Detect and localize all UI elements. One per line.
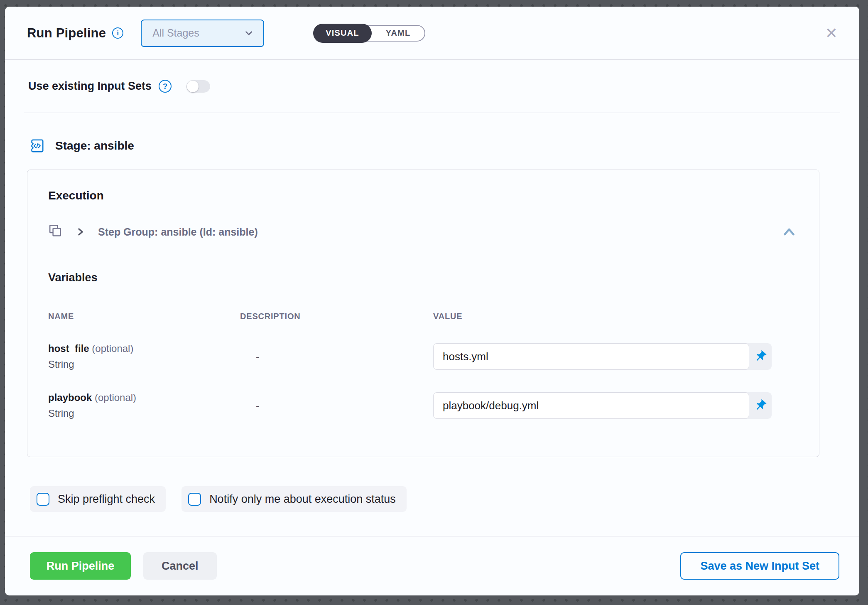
variable-name: host_file	[48, 343, 89, 354]
page-title: Run Pipeline	[27, 26, 106, 41]
run-pipeline-button[interactable]: Run Pipeline	[30, 552, 131, 580]
notify-me-label: Notify only me about execution status	[209, 493, 396, 506]
help-icon[interactable]: ?	[159, 80, 172, 93]
variable-description: -	[240, 399, 433, 412]
variables-table: NAME DESCRIPTION VALUE host_file (option…	[48, 312, 798, 419]
variables-title: Variables	[48, 271, 798, 284]
table-row-name: playbook (optional) String	[48, 392, 240, 419]
visual-yaml-toggle: VISUAL YAML	[314, 25, 425, 42]
variable-type: String	[48, 359, 240, 370]
input-sets-section: Use existing Input Sets ?	[24, 60, 840, 113]
variable-value-field	[433, 392, 772, 419]
variable-optional: (optional)	[92, 392, 136, 403]
execution-card: Execution Step Group: ansible (Id: ansib…	[27, 170, 819, 457]
options-row: Skip preflight check Notify only me abou…	[30, 486, 841, 512]
variable-value-input[interactable]	[433, 392, 749, 419]
stage-row: Stage: ansible	[28, 137, 841, 155]
variable-name: playbook	[48, 392, 92, 403]
input-sets-label: Use existing Input Sets	[28, 80, 152, 93]
stage-select-dropdown[interactable]: All Stages	[141, 20, 264, 47]
run-pipeline-dialog: Run Pipeline i All Stages VISUAL YAML ✕ …	[5, 7, 859, 595]
pin-icon[interactable]	[749, 392, 772, 419]
variable-description: -	[240, 350, 433, 363]
tab-visual[interactable]: VISUAL	[313, 24, 372, 43]
chevron-right-icon[interactable]	[76, 226, 86, 237]
stage-label: Stage: ansible	[55, 139, 134, 152]
variable-type: String	[48, 408, 240, 419]
toggle-knob	[187, 81, 199, 92]
input-sets-toggle[interactable]	[186, 80, 210, 93]
dialog-body: Stage: ansible Execution Step Group: ans…	[5, 113, 859, 536]
save-as-new-input-set-button[interactable]: Save as New Input Set	[680, 552, 839, 580]
skip-preflight-option[interactable]: Skip preflight check	[30, 486, 166, 512]
pin-icon[interactable]	[749, 343, 772, 370]
column-header-description: DESCRIPTION	[240, 312, 433, 321]
column-header-value: VALUE	[433, 312, 798, 321]
dialog-header: Run Pipeline i All Stages VISUAL YAML ✕	[5, 7, 859, 60]
info-icon[interactable]: i	[112, 27, 123, 39]
column-header-name: NAME	[48, 312, 240, 321]
notify-me-option[interactable]: Notify only me about execution status	[181, 486, 407, 512]
notify-me-checkbox[interactable]	[188, 493, 201, 506]
step-group-row: Step Group: ansible (Id: ansible)	[48, 224, 798, 240]
table-row-name: host_file (optional) String	[48, 343, 240, 370]
dialog-footer: Run Pipeline Cancel Save as New Input Se…	[5, 536, 859, 595]
variable-value-field	[433, 343, 772, 370]
step-group-label: Step Group: ansible (Id: ansible)	[98, 226, 258, 238]
variable-optional: (optional)	[89, 343, 134, 354]
stage-select-value: All Stages	[152, 27, 199, 39]
stage-icon	[28, 137, 45, 155]
skip-preflight-checkbox[interactable]	[37, 493, 49, 506]
skip-preflight-label: Skip preflight check	[58, 493, 155, 506]
step-group-icon	[48, 224, 64, 240]
cancel-button[interactable]: Cancel	[143, 552, 217, 580]
chevron-up-icon[interactable]	[780, 224, 798, 240]
execution-title: Execution	[48, 189, 798, 202]
close-icon[interactable]: ✕	[820, 23, 843, 43]
chevron-down-icon	[243, 28, 254, 39]
tab-yaml[interactable]: YAML	[372, 26, 425, 41]
variable-value-input[interactable]	[433, 343, 749, 370]
